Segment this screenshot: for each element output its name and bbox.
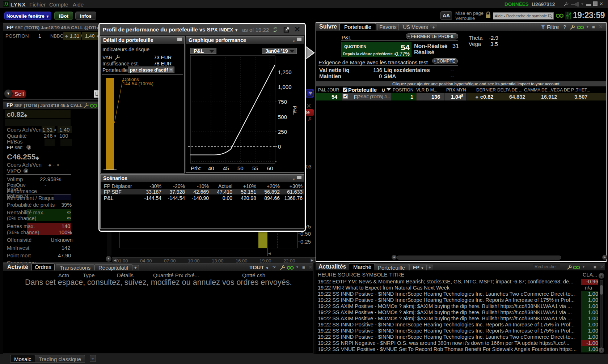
svg-text:1,000: 1,000 [278,84,292,90]
svg-text:50: 50 [237,165,244,171]
svg-text:Prix:: Prix: [191,165,202,171]
svg-text:0: 0 [278,144,281,150]
svg-text:750: 750 [278,99,287,105]
svg-text:250: 250 [278,129,287,135]
svg-text:500: 500 [278,114,287,120]
svg-text:55: 55 [252,165,258,171]
svg-text:45: 45 [223,165,229,171]
svg-text:60: 60 [267,165,273,171]
svg-text:40: 40 [208,165,214,171]
svg-text:1,250: 1,250 [278,69,292,75]
svg-text:P&L: P&L [292,106,297,115]
